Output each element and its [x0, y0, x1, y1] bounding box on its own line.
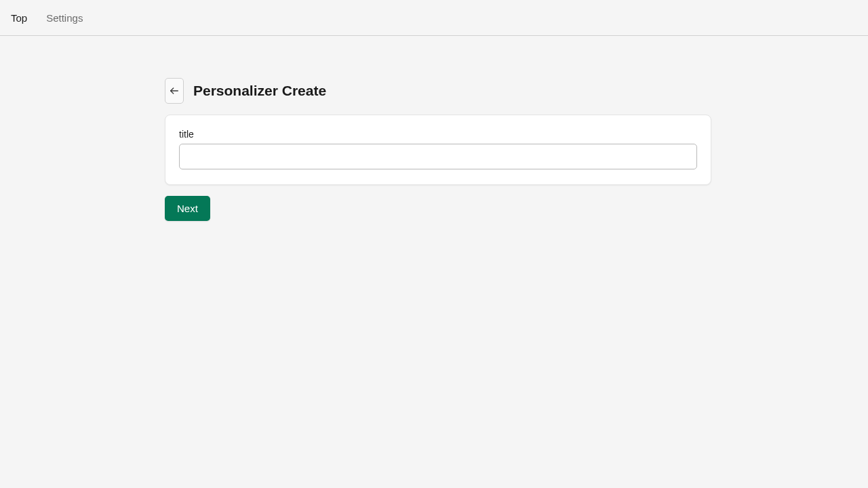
back-button[interactable] — [165, 78, 184, 104]
page-header: Personalizer Create — [165, 78, 711, 104]
nav-item-settings[interactable]: Settings — [46, 12, 83, 24]
title-input[interactable] — [179, 144, 697, 169]
next-button[interactable]: Next — [165, 196, 210, 221]
content-area: Personalizer Create title Next — [0, 36, 868, 221]
page-title: Personalizer Create — [193, 83, 326, 99]
navbar: Top Settings — [0, 0, 868, 36]
form-card: title — [165, 115, 711, 185]
arrow-left-icon — [169, 85, 180, 96]
title-field-label: title — [179, 129, 697, 140]
nav-item-top[interactable]: Top — [11, 12, 27, 24]
form-container: Personalizer Create title Next — [165, 78, 711, 221]
